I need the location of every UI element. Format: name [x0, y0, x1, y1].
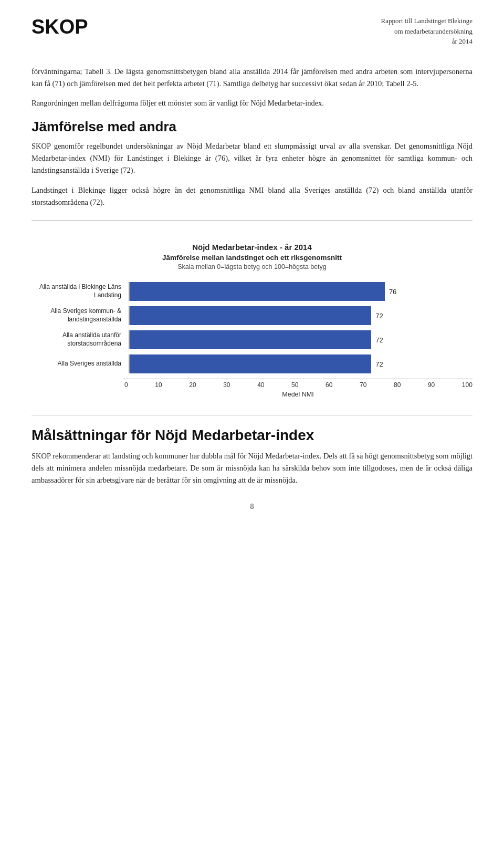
x-tick-4: 40	[257, 381, 264, 389]
chart-row-1: Alla Sveriges kommun- & landstingsanstäl…	[37, 306, 472, 325]
section1-para1: SKOP genomför regelbundet undersökningar…	[32, 140, 472, 177]
chart-bar-fill-2	[130, 330, 372, 349]
x-axis-label: Medel NMI	[123, 391, 472, 398]
intro-para1: förväntningarna; Tabell 3. De lägsta gen…	[32, 66, 472, 90]
section2: Målsättningar för Nöjd Medarbetar-index …	[32, 427, 472, 487]
chart-bar-area-1: 72	[129, 306, 472, 325]
chart-bar-area-0: 76	[129, 282, 472, 301]
chart-tick-line-1	[129, 306, 130, 325]
section2-para1: SKOP rekommenderar att landsting och kom…	[32, 450, 472, 487]
logo: SKOP	[32, 16, 88, 38]
x-tick-2: 20	[189, 381, 196, 389]
x-tick-1: 10	[155, 381, 162, 389]
chart-bar-label-3: Alla Sveriges anställda	[37, 360, 129, 368]
chart-bar-fill-1	[130, 306, 372, 325]
chart-bar-label-2: Alla anställda utanför storstadsområdena	[37, 331, 129, 348]
x-tick-8: 80	[394, 381, 401, 389]
chart-title: Nöjd Medarbetar-index - år 2014	[32, 243, 472, 252]
chart-subtitle: Jämförelse mellan landstinget och ett ri…	[32, 254, 472, 262]
chart-bars-container: Alla anställda i Blekinge Läns Landsting…	[32, 282, 472, 379]
x-tick-3: 30	[223, 381, 230, 389]
chart-bar-label-0: Alla anställda i Blekinge Läns Landsting	[37, 283, 129, 299]
page: SKOP Rapport till Landstinget Blekinge o…	[0, 0, 504, 532]
section1-heading: Jämförelse med andra	[32, 119, 472, 135]
chart-tick-line-2	[129, 330, 130, 349]
section1-para2: Landstinget i Blekinge ligger också högr…	[32, 184, 472, 208]
chart-bar-value-0: 76	[389, 288, 396, 296]
page-number: 8	[32, 503, 472, 511]
report-info: Rapport till Landstinget Blekinge om med…	[381, 16, 472, 47]
chart-bar-value-3: 72	[375, 360, 383, 368]
chart-tick-line-0	[129, 282, 130, 301]
page-header: SKOP Rapport till Landstinget Blekinge o…	[32, 16, 472, 47]
chart-bar-fill-3	[130, 354, 372, 373]
x-tick-6: 60	[326, 381, 332, 389]
divider-bottom	[32, 415, 472, 415]
section2-heading: Målsättningar för Nöjd Medarbetar-index	[32, 427, 472, 444]
chart-row-3: Alla Sveriges anställda72	[37, 354, 472, 373]
intro-para2: Rangordningen mellan delfrågorna följer …	[32, 97, 472, 109]
x-tick-9: 90	[428, 381, 435, 389]
report-line1: Rapport till Landstinget Blekinge	[381, 16, 472, 26]
chart-bar-value-2: 72	[375, 336, 383, 344]
chart-bar-fill-0	[130, 282, 385, 301]
x-tick-0: 0	[124, 381, 128, 389]
x-axis-ticks: 0102030405060708090100	[124, 379, 472, 389]
report-line3: år 2014	[381, 36, 472, 47]
divider-top	[32, 220, 472, 221]
chart-section: Nöjd Medarbetar-index - år 2014 Jämförel…	[32, 232, 472, 403]
x-tick-10: 100	[462, 381, 472, 389]
chart-bar-area-3: 72	[129, 354, 472, 373]
chart-row-2: Alla anställda utanför storstadsområdena…	[37, 330, 472, 349]
report-line2: om medarbetarundersökning	[381, 26, 472, 37]
chart-bar-value-1: 72	[375, 312, 383, 320]
x-tick-5: 50	[291, 381, 298, 389]
chart-bar-label-1: Alla Sveriges kommun- & landstingsanstäl…	[37, 307, 129, 324]
chart-row-0: Alla anställda i Blekinge Läns Landsting…	[37, 282, 472, 301]
chart-bar-area-2: 72	[129, 330, 472, 349]
x-tick-7: 70	[360, 381, 366, 389]
chart-scale: Skala mellan 0=lägsta betyg och 100=högs…	[32, 263, 472, 270]
chart-tick-line-3	[129, 354, 130, 373]
